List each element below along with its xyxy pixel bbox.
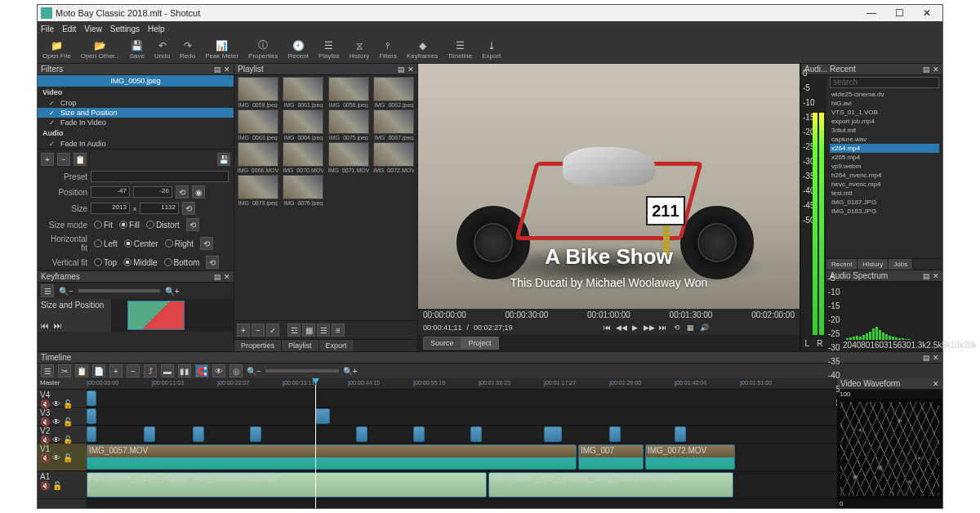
tl-cut-icon[interactable]: ✂ (58, 364, 71, 377)
vfit-middle[interactable]: Middle (123, 258, 157, 267)
toolbar-recent[interactable]: 🕘Recent (288, 40, 309, 60)
tab-project[interactable]: Project (461, 337, 499, 350)
filter-crop[interactable]: Crop (38, 98, 234, 108)
tab-playlist[interactable]: Playlist (282, 340, 319, 351)
recent-search-input[interactable]: search (830, 77, 939, 88)
reset-vfit-icon[interactable]: ⟲ (206, 256, 219, 269)
size-w[interactable]: 2013 (91, 203, 130, 214)
position-x[interactable]: -47 (91, 186, 130, 198)
preset-dropdown[interactable] (91, 171, 229, 182)
tab-history[interactable]: History (858, 259, 889, 270)
copy-filter-button[interactable]: 📋 (74, 153, 87, 166)
playlist-item[interactable]: IMG_0063.jpeg (236, 109, 280, 141)
recent-item[interactable]: wide25-cinema.dv (830, 90, 939, 99)
tl-zoom-slider[interactable] (265, 369, 339, 372)
rewind-icon[interactable]: ◀◀ (616, 322, 627, 333)
playlist-add-button[interactable]: + (237, 323, 250, 337)
kf-clip-thumb[interactable] (127, 301, 185, 330)
toolbar-timeline[interactable]: ☰Timeline (448, 40, 472, 60)
keyframes-close-icon[interactable]: ▤ ✕ (214, 273, 230, 281)
tab-jobs[interactable]: Jobs (889, 259, 913, 270)
menu-file[interactable]: File (41, 25, 54, 33)
close-button[interactable]: ✕ (915, 6, 939, 20)
toolbar-filters[interactable]: ⫯Filters (379, 40, 397, 60)
track-a1[interactable]: A1🔇🔓 (38, 471, 87, 499)
toolbar-redo[interactable]: ↷Redo (180, 40, 195, 60)
kf-next-icon[interactable]: ⏭ (54, 321, 62, 330)
recent-close-icon[interactable]: ▤ ✕ (923, 65, 939, 74)
save-preset-button[interactable]: 💾 (217, 153, 230, 166)
tc-current[interactable]: 00:00:41;11 (423, 323, 462, 332)
tl-zoomout-icon[interactable]: 🔍− (247, 367, 261, 376)
sizemode-distort[interactable]: Distort (146, 221, 180, 230)
tl-paste-icon[interactable]: 📄 (92, 364, 105, 377)
menu-settings[interactable]: Settings (110, 25, 140, 33)
grid-icon[interactable]: ▦ (685, 322, 697, 333)
clip[interactable] (87, 390, 96, 406)
preview-viewport[interactable]: 211 A Bike Show This Ducati by Michael W… (418, 64, 800, 309)
playhead[interactable] (315, 378, 316, 508)
skip-end-icon[interactable]: ⏭ (657, 322, 669, 333)
playlist-item[interactable]: IMG_0072.MOV (372, 142, 416, 173)
recent-item[interactable]: capture.wav (830, 135, 939, 144)
toolbar-history[interactable]: ⧖History (349, 40, 369, 60)
recent-item[interactable]: 3dlut.mlt (830, 126, 939, 135)
playlist-item[interactable]: IMG_0071.MOV (327, 142, 371, 173)
clip-v1-main[interactable]: IMG_0057.MOV (87, 444, 577, 470)
tl-ripple-icon[interactable]: ◎ (229, 364, 243, 377)
sizemode-fit[interactable]: Fit (94, 221, 113, 230)
reset-hfit-icon[interactable]: ⟲ (200, 237, 213, 250)
waveform-canvas[interactable] (837, 399, 942, 499)
volume-icon[interactable]: 🔊 (699, 322, 710, 333)
recent-item[interactable]: export job.mp4 (830, 117, 939, 126)
tab-export[interactable]: Export (319, 340, 354, 351)
playlist-view-list-icon[interactable]: ≡ (332, 323, 345, 337)
kf-prev-icon[interactable]: ⏮ (41, 321, 49, 330)
reset-position-icon[interactable]: ⟲ (176, 185, 189, 199)
kf-canvas[interactable] (111, 299, 234, 332)
panel-menu-icon[interactable]: ▤ ✕ (214, 65, 230, 74)
track-v4[interactable]: V4🔇👁🔓 (38, 390, 87, 408)
playlist-view-details-icon[interactable]: ☲ (287, 323, 301, 337)
vfit-bottom[interactable]: Bottom (164, 258, 200, 267)
reset-sizemode-icon[interactable]: ⟲ (186, 218, 199, 231)
recent-item[interactable]: x264.mp4 (830, 144, 939, 153)
track-v1[interactable]: V1🔇👁🔓 (38, 444, 87, 471)
toolbar-properties[interactable]: ⓘProperties (248, 40, 278, 60)
playlist-item[interactable]: IMG_0075.jpeg (327, 109, 371, 141)
toolbar-playlist[interactable]: ☰Playlist (318, 40, 339, 60)
skip-start-icon[interactable]: ⏮ (602, 322, 613, 333)
menu-edit[interactable]: Edit (62, 25, 76, 33)
playlist-item[interactable]: IMG_0070.MOV (282, 142, 326, 173)
tl-split-icon[interactable]: ▮▮ (178, 364, 191, 377)
playlist-item[interactable]: IMG_0076.jpeg (282, 175, 326, 206)
tl-remove-icon[interactable]: − (127, 364, 140, 377)
hfit-right[interactable]: Right (165, 239, 194, 248)
selected-clip[interactable]: IMG_0050.jpeg (38, 75, 234, 87)
playlist-item[interactable]: IMG_0059.jpeg (236, 77, 280, 108)
recent-item[interactable]: x265.mp4 (830, 153, 939, 162)
tab-recent[interactable]: Recent (826, 259, 858, 270)
loop-icon[interactable]: ⟲ (671, 322, 683, 333)
tab-properties[interactable]: Properties (234, 340, 282, 351)
menu-view[interactable]: View (84, 25, 102, 33)
preview-ruler[interactable]: 00:00:00:00 00:00:30:00 00:01:00:00 00:0… (418, 309, 800, 320)
playlist-view-tiles-icon[interactable]: ▦ (302, 323, 315, 337)
playlist-item[interactable]: IMG_0073.jpeg (236, 175, 280, 206)
tl-lift-icon[interactable]: ⤴ (144, 364, 157, 377)
remove-filter-button[interactable]: − (57, 153, 70, 166)
add-filter-button[interactable]: + (41, 153, 54, 166)
hfit-center[interactable]: Center (124, 239, 158, 248)
recent-item[interactable]: vp9.webm (830, 162, 939, 171)
playlist-item[interactable]: IMG_0066.MOV (236, 142, 280, 173)
toolbar-open-other-[interactable]: 📂Open Other... (81, 40, 120, 60)
recent-item[interactable]: hiG.avi (830, 99, 939, 108)
toolbar-peak-meter[interactable]: 📊Peak Meter (205, 40, 238, 60)
recent-item[interactable]: test.mlt (830, 189, 939, 198)
minimize-button[interactable]: — (859, 6, 884, 20)
tl-overwrite-icon[interactable]: ▬ (161, 364, 174, 377)
maximize-button[interactable]: ☐ (887, 6, 911, 20)
forward-icon[interactable]: ▶▶ (644, 322, 655, 333)
playlist-item[interactable]: IMG_0058.jpeg (327, 77, 371, 108)
playlist-item[interactable]: IMG_0064.jpeg (282, 109, 326, 141)
